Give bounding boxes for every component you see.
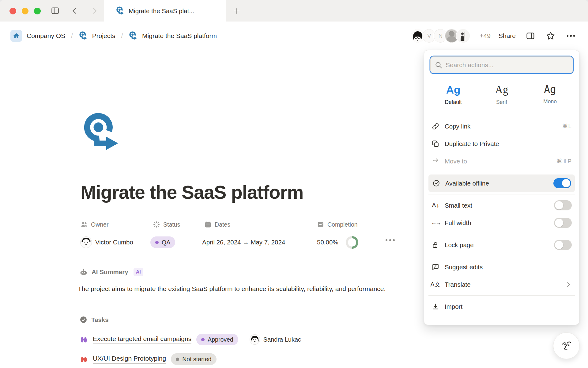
font-option-default[interactable]: Ag Default <box>429 81 477 108</box>
close-window-button[interactable] <box>9 8 16 14</box>
shortcut-label: ⌘⇧P <box>556 158 572 165</box>
breadcrumb-current-page[interactable]: Migrate the SaaS platform <box>142 32 217 40</box>
property-status-value[interactable]: QA <box>150 236 175 249</box>
suggest-edits-icon <box>432 263 439 271</box>
breadcrumb-projects[interactable]: Projects <box>92 32 115 40</box>
menu-item-move-to: Move to ⌘⇧P <box>428 152 575 170</box>
task-assignee[interactable]: Sandra Lukac <box>250 335 301 344</box>
current-page-icon <box>129 31 138 41</box>
ai-face-icon <box>559 338 574 354</box>
unlock-icon <box>432 241 439 249</box>
share-button[interactable]: Share <box>497 30 517 41</box>
window-controls <box>9 8 41 14</box>
ai-badge: AI <box>134 268 143 276</box>
menu-item-available-offline[interactable]: Available offline <box>428 174 575 192</box>
full-width-toggle[interactable] <box>554 218 572 228</box>
owner-avatar <box>81 237 92 248</box>
zoom-window-button[interactable] <box>34 8 41 14</box>
check-circle-icon <box>432 179 440 187</box>
status-spinner-icon <box>153 221 160 228</box>
owner-name: Victor Cumbo <box>95 239 133 246</box>
page-title[interactable]: Migrate the SaaS platform <box>81 182 303 203</box>
check-circle-icon <box>80 316 87 324</box>
side-peek-icon[interactable] <box>524 29 537 43</box>
forward-icon <box>88 5 100 17</box>
assignee-name: Sandra Lukac <box>263 336 301 343</box>
minimize-window-button[interactable] <box>22 8 28 14</box>
menu-item-suggest-edits[interactable]: Suggest edits <box>428 258 575 276</box>
more-properties-icon[interactable] <box>386 239 395 241</box>
breadcrumb-separator: / <box>70 33 74 40</box>
font-option-mono[interactable]: Ag Mono <box>526 81 574 108</box>
menu-item-copy-link[interactable]: Copy link ⌘L <box>428 117 575 135</box>
more-options-icon[interactable] <box>564 29 578 43</box>
menu-item-translate[interactable]: A文 Translate <box>428 276 575 293</box>
property-label-owner[interactable]: Owner <box>81 221 108 228</box>
avatar <box>456 29 470 43</box>
page-icon[interactable] <box>81 111 120 155</box>
menu-divider <box>428 234 575 234</box>
duplicate-icon <box>432 140 439 148</box>
font-option-serif[interactable]: Ag Serif <box>477 81 526 108</box>
translate-icon: A文 <box>432 280 439 289</box>
property-label-status[interactable]: Status <box>153 221 180 228</box>
task-title-link[interactable]: UX/UI Design Prototyping <box>93 355 166 364</box>
breadcrumb-separator: / <box>120 33 124 40</box>
binoculars-icon <box>80 335 88 344</box>
new-tab-icon[interactable] <box>230 5 243 17</box>
property-label-completion[interactable]: Completion <box>317 221 358 228</box>
menu-divider <box>428 256 575 256</box>
menu-item-small-text[interactable]: A↓ Small text <box>428 197 575 214</box>
link-icon <box>432 123 439 130</box>
task-status-badge[interactable]: Not started <box>171 353 216 365</box>
home-icon[interactable] <box>10 30 22 42</box>
menu-item-import[interactable]: Import <box>428 298 575 315</box>
property-label-dates[interactable]: Dates <box>204 221 230 228</box>
menu-item-lock-page[interactable]: Lock page <box>428 236 575 254</box>
avatar-overflow-count[interactable]: +49 <box>480 32 491 40</box>
notion-ai-button[interactable] <box>553 332 580 359</box>
move-to-icon <box>432 158 439 165</box>
page-logo-icon <box>116 6 124 16</box>
small-text-toggle[interactable] <box>554 200 572 210</box>
menu-divider <box>428 172 575 172</box>
property-completion-value[interactable]: 50.00% <box>317 236 358 249</box>
full-width-icon: ←→ <box>432 220 439 226</box>
active-tab[interactable]: Migrate the SaaS plat... <box>104 0 226 22</box>
breadcrumb: Company OS / Projects / Migrate the SaaS… <box>10 30 217 42</box>
menu-divider <box>428 115 575 115</box>
property-dates-value[interactable]: April 26, 2024 → May 7, 2024 <box>202 236 285 249</box>
search-actions-input[interactable] <box>430 56 573 73</box>
tab-title: Migrate the SaaS plat... <box>129 7 194 15</box>
back-icon[interactable] <box>69 5 81 17</box>
tab-bar: Migrate the SaaS plat... <box>0 0 588 21</box>
chart-icon <box>317 221 324 228</box>
available-offline-toggle[interactable] <box>553 178 571 188</box>
calendar-icon <box>204 221 212 228</box>
completion-ring <box>346 236 358 249</box>
projects-icon <box>79 31 88 41</box>
task-status-badge[interactable]: Approved <box>196 334 238 345</box>
menu-item-full-width[interactable]: ←→ Full width <box>428 214 575 232</box>
page-header: Company OS / Projects / Migrate the SaaS… <box>0 22 588 50</box>
task-title-link[interactable]: Execute targeted email campaigns <box>93 335 191 344</box>
collaborator-avatars[interactable]: V N <box>410 29 470 43</box>
robot-icon <box>80 268 88 276</box>
lock-page-toggle[interactable] <box>554 240 572 250</box>
task-row: Execute targeted email campaigns Approve… <box>80 334 301 345</box>
favorite-star-icon[interactable] <box>544 29 557 43</box>
font-selector: Ag Default Ag Serif Ag Mono <box>428 75 575 113</box>
menu-divider <box>428 194 575 194</box>
property-owner-value[interactable]: Victor Cumbo <box>81 236 133 249</box>
menu-item-duplicate[interactable]: Duplicate to Private <box>428 135 575 152</box>
status-badge: QA <box>150 236 175 248</box>
ai-summary-heading: AI Summary AI <box>80 268 143 276</box>
assignee-avatar <box>250 335 260 344</box>
app-window: Migrate the SaaS plat... Company OS / Pr… <box>0 0 588 368</box>
chevron-right-icon <box>565 281 572 288</box>
binoculars-icon <box>80 355 88 363</box>
toggle-sidebar-icon[interactable] <box>49 5 61 17</box>
task-row: UX/UI Design Prototyping Not started <box>80 353 217 365</box>
breadcrumb-company-os[interactable]: Company OS <box>27 32 65 40</box>
small-text-icon: A↓ <box>432 202 439 209</box>
